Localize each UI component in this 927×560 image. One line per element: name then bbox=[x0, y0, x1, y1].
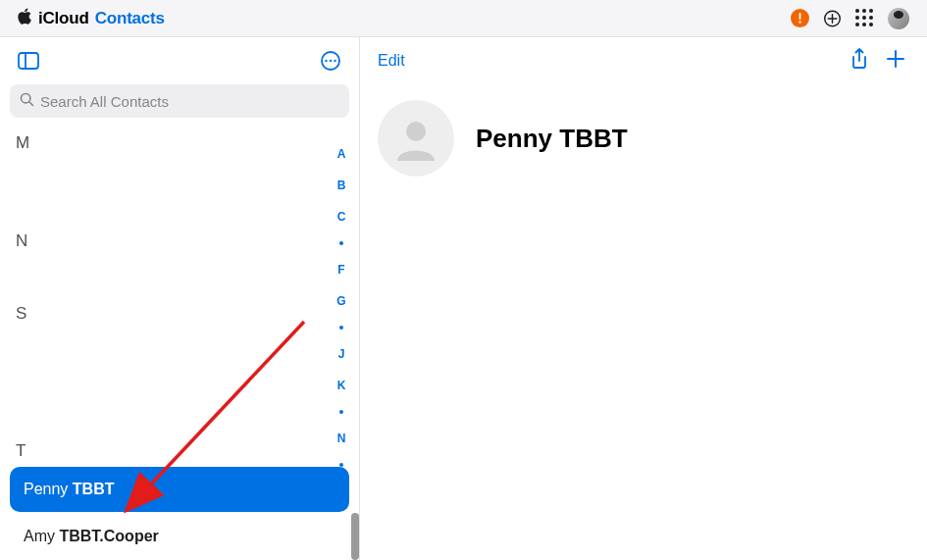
contact-row-penny[interactable]: Penny TBBT bbox=[10, 467, 349, 512]
search-field[interactable] bbox=[10, 84, 349, 118]
contact-avatar-placeholder bbox=[378, 100, 454, 177]
contact-row-amy[interactable]: Amy TBBT.Cooper bbox=[10, 514, 349, 559]
section-header-m: M bbox=[0, 126, 359, 157]
index-dot[interactable] bbox=[339, 326, 343, 330]
contact-detail: Edit Penny TBBT bbox=[360, 37, 927, 560]
search-input[interactable] bbox=[40, 93, 339, 110]
index-k[interactable]: K bbox=[337, 379, 346, 392]
contact-last: TBBT bbox=[73, 481, 115, 497]
add-contact-icon[interactable] bbox=[886, 49, 905, 73]
app-header: iCloud Contacts bbox=[0, 0, 927, 37]
sidebar-toggle-icon[interactable] bbox=[18, 52, 39, 70]
search-icon bbox=[20, 92, 34, 111]
index-f[interactable]: F bbox=[337, 263, 344, 277]
create-icon[interactable] bbox=[823, 9, 842, 27]
section-header-t: T bbox=[0, 433, 359, 465]
app-name-label[interactable]: Contacts bbox=[95, 9, 165, 28]
alphabet-index[interactable]: A B C F G J K N bbox=[332, 147, 351, 550]
index-a[interactable]: A bbox=[337, 147, 346, 161]
contact-last: TBBT.Cooper bbox=[59, 528, 158, 544]
search-container bbox=[0, 84, 359, 126]
section-header-n: N bbox=[0, 224, 359, 255]
index-dot[interactable] bbox=[339, 410, 343, 414]
svg-line-12 bbox=[29, 101, 33, 105]
contact-header: Penny TBBT bbox=[360, 84, 927, 192]
detail-toolbar: Edit bbox=[360, 37, 927, 84]
section-header-s: S bbox=[0, 296, 359, 328]
contacts-list[interactable]: M N S T Penny TBBT Amy TBBT.Cooper bbox=[0, 126, 359, 560]
app-launcher-icon[interactable] bbox=[855, 9, 874, 27]
sidebar-toolbar bbox=[0, 37, 359, 84]
index-j[interactable]: J bbox=[338, 347, 345, 361]
redacted-contacts-n bbox=[12, 259, 347, 288]
svg-point-9 bbox=[330, 60, 332, 62]
redacted-contacts-s bbox=[12, 331, 347, 426]
alert-icon[interactable] bbox=[791, 9, 809, 27]
index-b[interactable]: B bbox=[337, 178, 346, 192]
index-g[interactable]: G bbox=[336, 294, 345, 308]
edit-button[interactable]: Edit bbox=[378, 52, 405, 70]
index-dot[interactable] bbox=[339, 241, 343, 245]
svg-point-10 bbox=[334, 60, 335, 62]
contact-first: Amy bbox=[24, 528, 59, 544]
svg-rect-0 bbox=[799, 13, 801, 20]
svg-rect-5 bbox=[19, 53, 38, 69]
header-left: iCloud Contacts bbox=[18, 8, 165, 28]
contact-first: Penny bbox=[24, 481, 73, 497]
icloud-label[interactable]: iCloud bbox=[38, 9, 89, 28]
svg-point-1 bbox=[798, 21, 800, 23]
account-avatar[interactable] bbox=[888, 8, 909, 29]
contact-name-title: Penny TBBT bbox=[476, 124, 628, 154]
index-n[interactable]: N bbox=[337, 432, 346, 445]
main-content: M N S T Penny TBBT Amy TBBT.Cooper A B C… bbox=[0, 37, 927, 560]
more-options-icon[interactable] bbox=[320, 50, 341, 72]
contacts-sidebar: M N S T Penny TBBT Amy TBBT.Cooper A B C… bbox=[0, 37, 360, 560]
apple-logo-icon bbox=[18, 8, 32, 28]
share-icon[interactable] bbox=[850, 48, 868, 74]
svg-point-17 bbox=[406, 122, 426, 141]
svg-point-8 bbox=[325, 60, 327, 62]
scrollbar-thumb[interactable] bbox=[351, 513, 359, 560]
index-dot[interactable] bbox=[339, 463, 343, 467]
redacted-contacts-m bbox=[12, 161, 347, 216]
index-c[interactable]: C bbox=[337, 210, 346, 224]
header-right bbox=[791, 8, 909, 29]
detail-actions bbox=[850, 48, 905, 74]
